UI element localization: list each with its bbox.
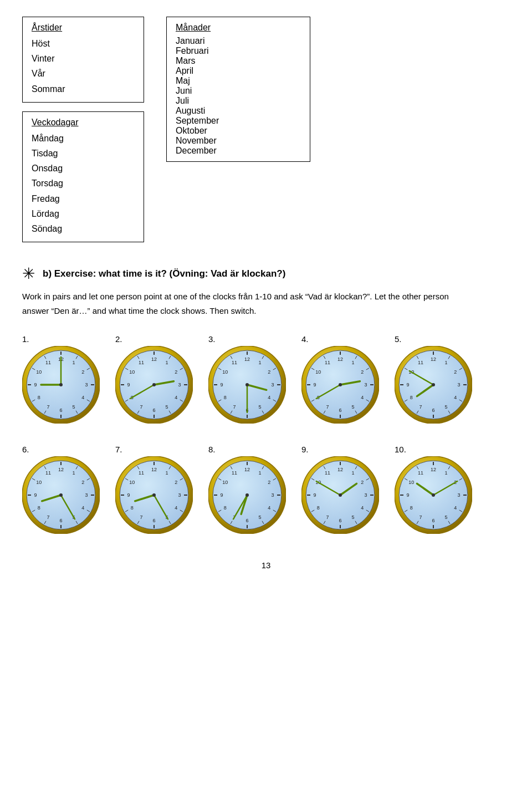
svg-text:4: 4 <box>175 505 177 511</box>
exercise-section: ✳ b) Exercise: what time is it? (Övning:… <box>22 264 510 318</box>
svg-text:6: 6 <box>152 518 155 523</box>
svg-text:6: 6 <box>245 518 248 523</box>
clocks-row-2: 6.1212345678910117.1212345678910118.1212… <box>22 445 510 538</box>
month-feb: Februari <box>176 46 209 55</box>
right-column: Månader Januari Februari Mars April Maj … <box>166 17 310 242</box>
svg-point-173 <box>59 493 63 497</box>
svg-text:3: 3 <box>364 492 367 498</box>
season-vinter: Vinter <box>32 54 55 63</box>
svg-point-86 <box>245 383 249 386</box>
clock-number-6: 6. <box>22 445 29 454</box>
svg-text:4: 4 <box>81 505 84 511</box>
svg-text:9: 9 <box>220 382 223 388</box>
left-column: Årstider Höst Vinter Vår Sommar Veckodag… <box>22 17 144 242</box>
day-mandag: Måndag <box>32 134 64 143</box>
svg-text:4: 4 <box>268 395 270 400</box>
clock-face-4: 121234567891011 <box>301 346 383 428</box>
month-dec: December <box>176 146 217 155</box>
svg-text:12: 12 <box>244 356 250 362</box>
clock-face-3: 121234567891011 <box>208 346 290 428</box>
svg-text:9: 9 <box>127 382 130 388</box>
svg-text:9: 9 <box>313 492 316 498</box>
clock-number-9: 9. <box>301 445 309 454</box>
month-jan: Januari <box>176 36 204 45</box>
svg-text:12: 12 <box>58 467 64 472</box>
svg-text:8: 8 <box>224 505 227 511</box>
svg-text:1: 1 <box>72 470 75 476</box>
svg-text:1: 1 <box>165 360 168 365</box>
svg-text:6: 6 <box>152 407 155 413</box>
svg-text:1: 1 <box>72 360 75 365</box>
svg-text:4: 4 <box>81 395 84 400</box>
svg-text:1: 1 <box>258 470 261 476</box>
svg-text:4: 4 <box>361 395 364 400</box>
svg-text:10: 10 <box>129 480 135 485</box>
svg-text:8: 8 <box>38 395 40 400</box>
clock-number-10: 10. <box>395 445 406 454</box>
day-onsdag: Onsdag <box>32 164 63 173</box>
seasons-title: Årstider <box>32 23 135 33</box>
svg-text:12: 12 <box>151 356 157 362</box>
clock-face-5: 121234567891011 <box>395 346 477 428</box>
svg-text:9: 9 <box>220 492 223 498</box>
seasons-list: Höst Vinter Vår Sommar <box>32 36 135 96</box>
svg-text:2: 2 <box>175 480 177 485</box>
svg-text:4: 4 <box>268 505 270 511</box>
svg-text:7: 7 <box>140 514 142 520</box>
svg-text:10: 10 <box>315 369 321 375</box>
svg-text:5: 5 <box>444 514 447 520</box>
svg-point-231 <box>245 493 249 497</box>
svg-point-57 <box>152 383 156 386</box>
svg-text:12: 12 <box>244 467 250 472</box>
svg-text:6: 6 <box>59 407 62 413</box>
svg-text:5: 5 <box>258 514 261 520</box>
svg-text:7: 7 <box>419 404 422 410</box>
svg-text:6: 6 <box>432 518 434 523</box>
svg-text:10: 10 <box>129 369 135 375</box>
svg-point-260 <box>339 493 342 497</box>
svg-point-202 <box>152 493 156 497</box>
svg-text:12: 12 <box>431 467 436 472</box>
clock-number-1: 1. <box>22 334 29 344</box>
svg-text:9: 9 <box>127 492 130 498</box>
svg-text:1: 1 <box>444 360 447 365</box>
seasons-box: Årstider Höst Vinter Vår Sommar <box>22 17 144 103</box>
month-apr: April <box>176 66 193 75</box>
svg-text:4: 4 <box>454 505 457 511</box>
svg-text:6: 6 <box>59 518 62 523</box>
svg-text:6: 6 <box>432 407 434 413</box>
weekdays-list: Måndag Tisdag Onsdag Torsdag Fredag Lörd… <box>32 131 135 236</box>
svg-text:7: 7 <box>326 404 329 410</box>
top-section: Årstider Höst Vinter Vår Sommar Veckodag… <box>22 17 510 242</box>
svg-text:2: 2 <box>361 480 364 485</box>
svg-text:3: 3 <box>85 492 88 498</box>
svg-text:8: 8 <box>317 505 320 511</box>
svg-text:2: 2 <box>81 369 84 375</box>
clock-1: 1.121234567891011 <box>22 334 104 428</box>
clock-number-2: 2. <box>115 334 122 344</box>
svg-text:2: 2 <box>175 369 177 375</box>
clock-face-2: 121234567891011 <box>115 346 197 428</box>
clock-10: 10.121234567891011 <box>395 445 477 538</box>
svg-text:5: 5 <box>351 404 354 410</box>
clock-9: 9.121234567891011 <box>301 445 383 538</box>
svg-text:3: 3 <box>457 382 460 388</box>
svg-text:3: 3 <box>271 382 274 388</box>
clock-5: 5.121234567891011 <box>395 334 477 428</box>
month-okt: Oktober <box>176 126 207 135</box>
svg-text:12: 12 <box>431 356 436 362</box>
svg-point-28 <box>59 383 63 386</box>
clocks-section: 1.1212345678910112.1212345678910113.1212… <box>22 334 510 538</box>
svg-text:1: 1 <box>444 470 447 476</box>
clock-6: 6.121234567891011 <box>22 445 104 538</box>
clock-face-8: 121234567891011 <box>208 456 290 538</box>
svg-text:3: 3 <box>178 492 181 498</box>
svg-text:5: 5 <box>165 404 168 410</box>
clock-number-4: 4. <box>301 334 309 344</box>
svg-text:12: 12 <box>337 356 343 362</box>
svg-text:10: 10 <box>408 480 414 485</box>
svg-text:7: 7 <box>233 404 236 410</box>
month-maj: Maj <box>176 76 190 85</box>
svg-text:5: 5 <box>72 404 75 410</box>
clock-2: 2.121234567891011 <box>115 334 197 428</box>
